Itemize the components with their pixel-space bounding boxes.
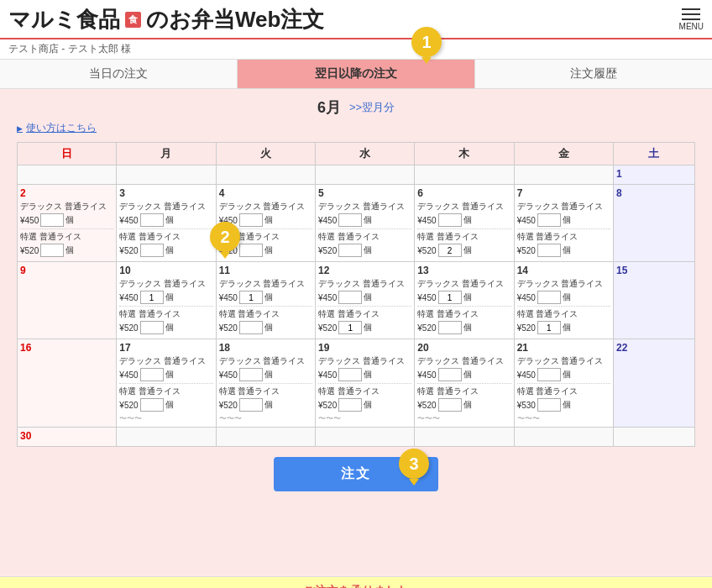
qty-unit: 個 bbox=[364, 214, 372, 226]
qty-unit: 個 bbox=[463, 399, 472, 411]
col-sun: 日 bbox=[18, 143, 117, 165]
table-row bbox=[514, 165, 613, 185]
qty-input[interactable] bbox=[338, 213, 362, 227]
meal-name: デラックス 普通ライス bbox=[119, 278, 212, 290]
main-content: 6月 >>翌月分 使い方はこちら 2 日 月 火 水 木 bbox=[0, 89, 712, 576]
table-row bbox=[117, 428, 216, 447]
table-row: 13デラックス 普通ライス¥450個特選 普通ライス¥520個 bbox=[415, 262, 514, 339]
tab-future[interactable]: 翌日以降の注文 bbox=[238, 60, 475, 88]
meal-price: ¥450 bbox=[20, 216, 39, 225]
qty-unit: 個 bbox=[165, 369, 174, 381]
qty-unit: 個 bbox=[364, 322, 372, 333]
qty-input[interactable] bbox=[239, 398, 263, 412]
meal-name: 特選 普通ライス bbox=[20, 231, 113, 243]
qty-input[interactable] bbox=[438, 291, 462, 304]
qty-input[interactable] bbox=[140, 291, 164, 304]
qty-unit: 個 bbox=[463, 322, 472, 333]
qty-input[interactable] bbox=[140, 213, 164, 227]
qty-input[interactable] bbox=[537, 398, 561, 412]
qty-input[interactable] bbox=[438, 368, 462, 381]
qty-unit: 個 bbox=[563, 244, 571, 256]
meal-name: デラックス 普通ライス bbox=[20, 201, 113, 213]
qty-input[interactable] bbox=[438, 398, 462, 412]
qty-input[interactable] bbox=[537, 321, 561, 334]
brand-name: マルミ食品 bbox=[8, 5, 120, 34]
meal-price: ¥450 bbox=[119, 216, 138, 225]
table-row: 14デラックス 普通ライス¥450個特選 普通ライス¥520個 bbox=[514, 262, 613, 339]
app-header: マルミ食品食のお弁当Web注文 MENU bbox=[0, 0, 712, 39]
meal-price: ¥450 bbox=[417, 216, 436, 225]
table-row: 2デラックス 普通ライス¥450個特選 普通ライス¥520個 bbox=[18, 185, 117, 262]
col-mon: 月 bbox=[117, 143, 216, 165]
col-thu: 木 bbox=[415, 143, 514, 165]
meal-price: ¥450 bbox=[318, 216, 337, 225]
qty-input[interactable] bbox=[537, 244, 561, 257]
qty-input[interactable] bbox=[239, 244, 263, 257]
meal-name: 特選 普通ライス bbox=[517, 308, 610, 320]
tab-history[interactable]: 注文履歴 bbox=[475, 60, 712, 88]
meal-name: デラックス 普通ライス bbox=[517, 201, 610, 213]
table-row: 18デラックス 普通ライス¥450個特選 普通ライス¥520個〜〜〜 bbox=[216, 339, 315, 428]
qty-unit: 個 bbox=[563, 369, 571, 381]
qty-input[interactable] bbox=[140, 398, 164, 412]
meal-price: ¥520 bbox=[417, 323, 436, 333]
meal-price: ¥450 bbox=[417, 293, 436, 302]
qty-input[interactable] bbox=[338, 398, 362, 412]
tab-today[interactable]: 当日の注文 bbox=[0, 60, 238, 88]
meal-name: 特選 普通ライス bbox=[517, 386, 610, 397]
table-row bbox=[315, 165, 414, 185]
meal-name: 特選 普通ライス bbox=[219, 386, 312, 397]
qty-input[interactable] bbox=[338, 244, 362, 257]
meal-name: 特選 普通ライス bbox=[417, 386, 510, 397]
qty-unit: 個 bbox=[264, 322, 273, 333]
meal-price: ¥520 bbox=[119, 401, 138, 410]
table-row: 19デラックス 普通ライス¥450個特選 普通ライス¥520個〜〜〜 bbox=[315, 339, 414, 428]
next-month-link[interactable]: >>翌月分 bbox=[349, 100, 395, 115]
menu-label: MENU bbox=[679, 22, 704, 31]
qty-input[interactable] bbox=[338, 368, 362, 381]
qty-input[interactable] bbox=[239, 321, 263, 334]
qty-unit: 個 bbox=[463, 214, 472, 226]
qty-input[interactable] bbox=[239, 291, 263, 304]
qty-input[interactable] bbox=[537, 368, 561, 381]
meal-price: ¥520 bbox=[219, 401, 238, 410]
qty-input[interactable] bbox=[338, 291, 362, 304]
menu-button[interactable]: MENU bbox=[679, 8, 704, 31]
qty-input[interactable] bbox=[338, 321, 362, 334]
meal-price: ¥450 bbox=[517, 216, 536, 225]
qty-input[interactable] bbox=[438, 244, 462, 257]
table-row: 6デラックス 普通ライス¥450個特選 普通ライス¥520個 bbox=[415, 185, 514, 262]
qty-input[interactable] bbox=[140, 368, 164, 381]
qty-input[interactable] bbox=[537, 213, 561, 227]
meal-name: デラックス 普通ライス bbox=[517, 278, 610, 290]
table-row: 22 bbox=[613, 339, 694, 428]
qty-input[interactable] bbox=[140, 321, 164, 334]
table-row: 9 bbox=[18, 262, 117, 339]
usage-link[interactable]: 使い方はこちら bbox=[17, 121, 695, 135]
qty-unit: 個 bbox=[463, 369, 472, 381]
qty-unit: 個 bbox=[463, 244, 472, 256]
table-row: 17デラックス 普通ライス¥450個特選 普通ライス¥520個〜〜〜 bbox=[117, 339, 216, 428]
qty-input[interactable] bbox=[537, 291, 561, 304]
table-row bbox=[18, 165, 117, 185]
table-row: 8 bbox=[613, 185, 694, 262]
qty-input[interactable] bbox=[140, 244, 164, 257]
menu-icon bbox=[682, 8, 700, 20]
qty-input[interactable] bbox=[40, 244, 64, 257]
qty-unit: 個 bbox=[563, 322, 571, 333]
meal-price: ¥450 bbox=[517, 370, 536, 380]
qty-input[interactable] bbox=[239, 213, 263, 227]
meal-name: デラックス 普通ライス bbox=[219, 355, 312, 367]
meal-price: ¥520 bbox=[318, 246, 337, 255]
table-row bbox=[415, 165, 514, 185]
meal-name: デラックス 普通ライス bbox=[318, 355, 411, 367]
qty-input[interactable] bbox=[438, 321, 462, 334]
qty-input[interactable] bbox=[239, 368, 263, 381]
meal-price: ¥520 bbox=[517, 246, 536, 255]
table-row bbox=[216, 428, 315, 447]
qty-input[interactable] bbox=[40, 213, 64, 227]
qty-input[interactable] bbox=[438, 213, 462, 227]
meal-name: デラックス 普通ライス bbox=[318, 201, 411, 213]
status-message: ご注文を承りました bbox=[0, 576, 712, 588]
meal-price: ¥450 bbox=[219, 293, 238, 302]
